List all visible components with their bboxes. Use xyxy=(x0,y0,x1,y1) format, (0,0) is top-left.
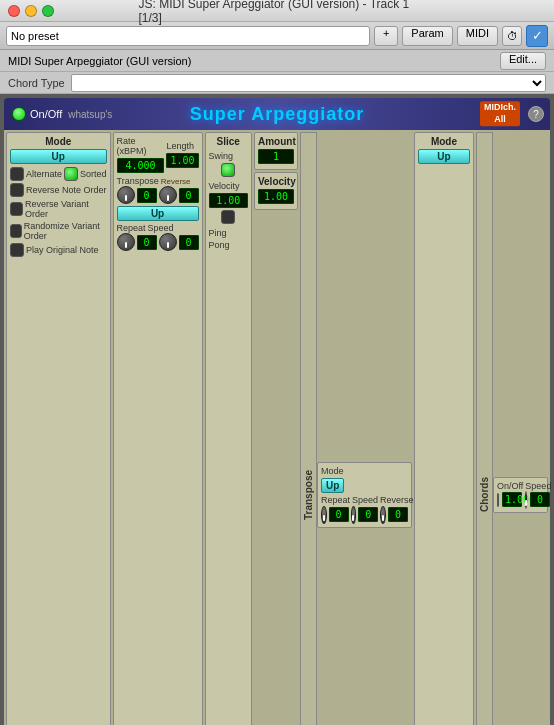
chords-onoff-label: On/Off xyxy=(497,481,523,491)
reverse-variant-row: Reverse Variant Order xyxy=(10,199,107,219)
t-speed-label: Speed xyxy=(352,495,378,505)
randomize-row: Randomize Variant Order xyxy=(10,221,107,241)
edit-button[interactable]: Edit... xyxy=(500,52,546,70)
t-mode-label: Mode xyxy=(321,466,344,476)
brand-label: whatsup's xyxy=(68,109,112,120)
repeat-knob[interactable] xyxy=(117,233,135,251)
t-speed-val[interactable]: 0 xyxy=(358,507,378,522)
on-off-led xyxy=(12,107,26,121)
randomize-label: Randomize Variant Order xyxy=(24,221,107,241)
t-mode-button[interactable]: Up xyxy=(321,478,344,493)
add-button[interactable]: + xyxy=(374,26,398,46)
close-button[interactable] xyxy=(8,5,20,17)
randomize-toggle[interactable] xyxy=(10,224,22,238)
speed-knob[interactable] xyxy=(159,233,177,251)
mode-right-panel: Mode Up xyxy=(414,132,474,725)
transpose-mode-row: Mode Up xyxy=(321,466,408,493)
t-reverse-knob[interactable] xyxy=(380,506,386,524)
rate-up-button[interactable]: Up xyxy=(117,206,199,221)
mode-up-button[interactable]: Up xyxy=(10,149,107,164)
chord-type-select[interactable] xyxy=(71,74,546,92)
minimize-button[interactable] xyxy=(25,5,37,17)
window-title: JS: MIDI Super Arpeggiator (GUI version)… xyxy=(139,0,416,25)
transpose-section: Transpose Mode Up Repeat Speed Reverse 0 xyxy=(300,132,412,725)
repeat-label: Repeat xyxy=(117,223,146,233)
chords-sustain-val[interactable]: 0 xyxy=(530,492,550,507)
amount-title: Amount xyxy=(258,136,294,147)
transpose-row: Transpose Reverse xyxy=(117,176,199,186)
slice-swing-toggle[interactable] xyxy=(221,163,235,177)
rate-row: Rate (xBPM) 4.000 Length 1.00 xyxy=(117,136,199,173)
slice-title: Slice xyxy=(209,136,248,147)
vel-sub-title: Velocity xyxy=(258,176,294,187)
chords-section: Chords On/Off Speed Sustain 1.000 0 xyxy=(476,132,548,725)
ping-pong-label: Ping Pong xyxy=(209,228,230,250)
transpose-knob-1[interactable] xyxy=(117,186,135,204)
help-button[interactable]: ? xyxy=(528,106,544,122)
t-reverse-val[interactable]: 0 xyxy=(388,507,408,522)
amount-velocity-col: Amount 1 Velocity 1.00 xyxy=(254,132,298,725)
chord-type-label: Chord Type xyxy=(8,77,65,89)
transpose-val2[interactable]: 0 xyxy=(179,188,199,203)
reverse-note-label: Reverse Note Order xyxy=(26,185,107,195)
repeat-speed-knobs: 0 0 xyxy=(117,233,199,251)
t-repeat-knob[interactable] xyxy=(321,506,327,524)
transpose-mode-col: Mode Up xyxy=(321,466,344,493)
t-speed-knob[interactable] xyxy=(351,506,357,524)
length-label: Length xyxy=(166,141,198,151)
chords-speed-display[interactable]: 1.000 xyxy=(502,492,522,507)
transpose-knobs-row: 0 0 xyxy=(117,186,199,204)
chords-onoff-toggle[interactable] xyxy=(497,493,499,507)
repeat-speed-row: Repeat Speed xyxy=(117,223,199,233)
t-repeat-val[interactable]: 0 xyxy=(329,507,349,522)
sorted-label: Sorted xyxy=(80,169,107,179)
velocity-label: Velocity xyxy=(209,181,240,191)
arp-header: On/Off whatsup's Super Arpeggiator MIDIc… xyxy=(4,98,550,130)
chords-vertical-label: Chords xyxy=(476,132,493,725)
length-col: Length 1.00 xyxy=(166,141,198,168)
transpose-val1[interactable]: 0 xyxy=(137,188,157,203)
chords-controls: 1.000 0 xyxy=(497,491,544,509)
ping-pong-toggle[interactable] xyxy=(221,210,235,224)
rate-label: Rate (xBPM) xyxy=(117,136,165,156)
traffic-lights xyxy=(8,5,54,17)
speed-val[interactable]: 0 xyxy=(179,235,199,250)
check-button[interactable]: ✓ xyxy=(526,25,548,47)
on-off-button[interactable]: On/Off xyxy=(12,107,62,121)
slice-panel: Slice Swing Velocity 1.00 Ping Pong xyxy=(205,132,252,725)
transpose-knob-2[interactable] xyxy=(159,186,177,204)
title-bar: JS: MIDI Super Arpeggiator (GUI version)… xyxy=(0,0,554,22)
reverse-variant-label: Reverse Variant Order xyxy=(25,199,107,219)
mode-right-title: Mode xyxy=(418,136,470,147)
transpose-vertical-label: Transpose xyxy=(300,132,317,725)
param-button[interactable]: Param xyxy=(402,26,452,46)
preset-select[interactable]: No preset xyxy=(6,26,370,46)
transpose-label: Transpose xyxy=(117,176,159,186)
play-original-row: Play Original Note xyxy=(10,243,107,257)
chords-labels: On/Off Speed Sustain xyxy=(497,481,544,491)
slice-velocity-display[interactable]: 1.00 xyxy=(209,193,248,208)
swing-label: Swing xyxy=(209,151,234,161)
alternate-row: Alternate Sorted xyxy=(10,167,107,181)
rate-panel: Rate (xBPM) 4.000 Length 1.00 Transpose … xyxy=(113,132,203,725)
clock-icon[interactable]: ⏱ xyxy=(502,26,522,46)
sorted-toggle[interactable] xyxy=(64,167,78,181)
controls-area: Mode Up Alternate Sorted Reverse Note Or… xyxy=(4,130,550,725)
rate-display[interactable]: 4.000 xyxy=(117,158,165,173)
midi-button[interactable]: MIDI xyxy=(457,26,498,46)
alternate-label: Alternate xyxy=(26,169,62,179)
t-reverse-label: Reverse xyxy=(380,495,414,505)
repeat-val[interactable]: 0 xyxy=(137,235,157,250)
alternate-toggle[interactable] xyxy=(10,167,24,181)
reverse-variant-toggle[interactable] xyxy=(10,202,23,216)
mode-right-up-button[interactable]: Up xyxy=(418,149,470,164)
play-original-toggle[interactable] xyxy=(10,243,24,257)
reverse-label[interactable]: Reverse xyxy=(161,177,191,186)
vel-sub-display[interactable]: 1.00 xyxy=(258,189,294,204)
maximize-button[interactable] xyxy=(42,5,54,17)
chords-sustain-knob[interactable] xyxy=(525,491,527,509)
reverse-note-toggle[interactable] xyxy=(10,183,24,197)
amount-display[interactable]: 1 xyxy=(258,149,294,164)
chords-panel: On/Off Speed Sustain 1.000 0 xyxy=(493,477,548,513)
length-display[interactable]: 1.00 xyxy=(166,153,198,168)
